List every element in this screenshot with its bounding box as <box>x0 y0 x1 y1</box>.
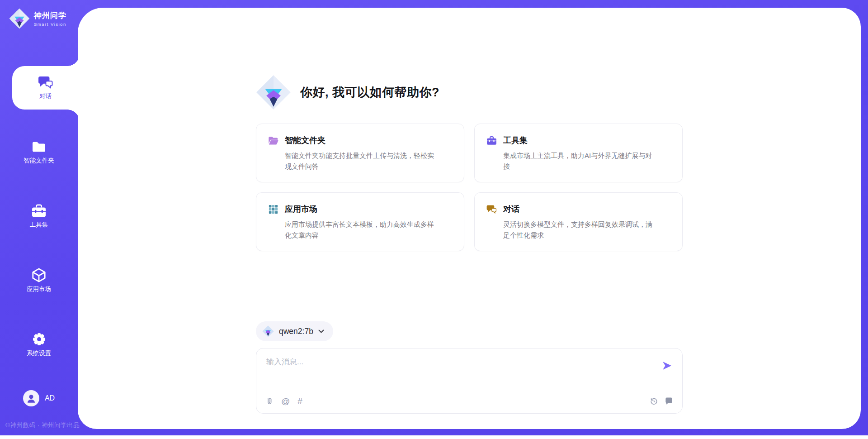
greeting: 你好, 我可以如何帮助你? <box>256 8 683 110</box>
sidebar-item-label: 工具集 <box>30 221 48 229</box>
sidebar-item-settings[interactable]: 系统设置 <box>0 323 78 367</box>
sidebar-item-chat[interactable]: 对话 <box>12 66 79 110</box>
folder-open-icon <box>268 136 278 145</box>
card-app-market[interactable]: 应用市场 应用市场提供丰富长文本模板，助力高效生成多样化文章内容 <box>256 192 464 251</box>
composer-toolbar: @ # <box>265 396 673 406</box>
sidebar-item-label: 对话 <box>39 92 52 100</box>
paperclip-icon <box>265 396 274 406</box>
at-icon: @ <box>281 397 290 406</box>
card-toolset[interactable]: 工具集 集成市场上主流工具，助力AI与外界无缝扩展与对接 <box>474 124 683 182</box>
avatar <box>23 390 39 406</box>
card-smart-folder[interactable]: 智能文件夹 智能文件夹功能支持批量文件上传与清洗，轻松实现文件问答 <box>256 124 464 182</box>
sidebar-item-label: 智能文件夹 <box>24 157 54 165</box>
composer-divider <box>264 384 675 384</box>
user-account[interactable]: AD <box>0 390 78 406</box>
folder-icon <box>31 140 47 153</box>
greeting-diamond-logo-icon <box>256 75 291 110</box>
gear-icon <box>31 333 47 346</box>
sidebar-item-label: 系统设置 <box>27 349 51 358</box>
person-icon <box>25 392 37 404</box>
card-description: 应用市场提供丰富长文本模板，助力高效生成多样化文章内容 <box>285 219 438 241</box>
main-panel: 你好, 我可以如何帮助你? 智能文件夹 智能文件夹功能支持批量文件上传与清洗，轻… <box>78 8 861 429</box>
card-description: 灵活切换多模型文件，支持多样回复效果调试，满足个性化需求 <box>503 219 656 241</box>
mention-button[interactable]: @ <box>281 397 290 406</box>
brand-subtitle: Smart Vision <box>34 22 66 27</box>
model-name: qwen2:7b <box>279 327 313 336</box>
card-description: 智能文件夹功能支持批量文件上传与清洗，轻松实现文件问答 <box>285 150 438 172</box>
attachment-button[interactable] <box>265 396 274 406</box>
model-selector[interactable]: qwen2:7b <box>256 321 333 341</box>
send-button[interactable] <box>661 360 672 371</box>
message-input[interactable] <box>266 357 637 380</box>
cube-icon <box>31 268 47 282</box>
user-name: AD <box>45 394 55 402</box>
toolbox-icon <box>31 204 47 218</box>
greeting-text: 你好, 我可以如何帮助你? <box>300 84 439 100</box>
card-description: 集成市场上主流工具，助力AI与外界无缝扩展与对接 <box>503 150 656 172</box>
model-diamond-logo-icon <box>262 325 274 337</box>
send-icon <box>661 360 672 371</box>
history-icon <box>650 397 658 406</box>
card-title: 智能文件夹 <box>285 135 326 146</box>
feature-cards: 智能文件夹 智能文件夹功能支持批量文件上传与清洗，轻松实现文件问答 工具集 集成… <box>256 124 683 251</box>
copyright-footer: ©神州数码 · 神州问学出品 <box>5 421 80 429</box>
hash-icon: # <box>297 397 302 406</box>
card-chat[interactable]: 对话 灵活切换多模型文件，支持多样回复效果调试，满足个性化需求 <box>474 192 683 251</box>
chat-icon <box>38 76 53 89</box>
chevron-down-icon <box>318 329 324 333</box>
sidebar-item-app-market[interactable]: 应用市场 <box>0 259 78 302</box>
brand-name: 神州问学 <box>34 10 66 21</box>
grid-icon <box>268 205 278 214</box>
chat-icon <box>486 205 497 214</box>
briefcase-icon <box>486 136 497 145</box>
sidebar-item-toolset[interactable]: 工具集 <box>0 195 78 238</box>
card-title: 应用市场 <box>285 204 317 215</box>
sidebar: 神州问学 Smart Vision 对话 智能文件夹 <box>0 0 78 435</box>
sidebar-nav: 对话 智能文件夹 工具集 <box>0 66 78 387</box>
brand-diamond-logo-icon <box>9 8 30 29</box>
history-button[interactable] <box>650 397 658 406</box>
topic-button[interactable]: # <box>297 397 302 406</box>
chat-square-icon <box>665 397 673 406</box>
message-composer: @ # <box>256 348 683 414</box>
feedback-button[interactable] <box>665 397 673 406</box>
card-title: 对话 <box>503 204 519 215</box>
brand-text: 神州问学 Smart Vision <box>34 10 66 27</box>
sidebar-item-label: 应用市场 <box>27 285 51 293</box>
brand: 神州问学 Smart Vision <box>9 8 66 29</box>
card-title: 工具集 <box>503 135 528 146</box>
sidebar-item-smart-folder[interactable]: 智能文件夹 <box>0 130 78 174</box>
